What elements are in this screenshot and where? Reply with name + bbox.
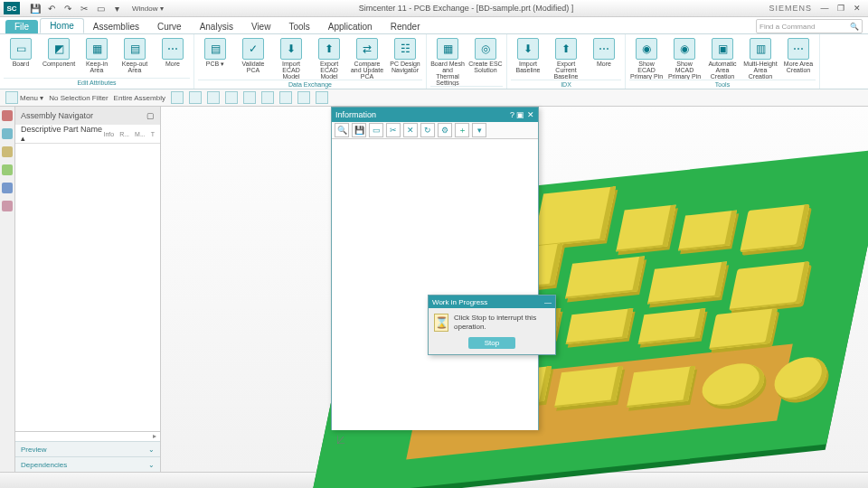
stop-button[interactable]: Stop [468,337,515,349]
mcad-pin-icon: ◉ [674,38,695,60]
import-ecad-button[interactable]: ⬇Import ECAD Model [274,36,308,80]
dialog-title: Work in Progress [432,298,487,306]
quick-access-toolbar: 💾 ↶ ↷ ✂ ▭ ▾ [29,2,123,14]
tab-analysis[interactable]: Analysis [191,20,242,33]
more-area-button[interactable]: ⋯More Area Creation [781,36,816,80]
export-ecad-button[interactable]: ⬆Export ECAD Model [312,36,346,80]
window-menu[interactable]: Window ▾ [132,5,164,13]
tool-icon[interactable] [189,91,202,104]
ribbon-group-data-exchange: ▤PCB ▾ ✓Validate PCA ⬇Import ECAD Model … [194,34,427,89]
pc-design-nav-button[interactable]: ☷PC Design Navigator [388,36,422,80]
panel-title: Assembly Navigator▢ [15,107,160,125]
panel-close-icon[interactable]: ▢ [146,111,155,120]
export-baseline-icon: ⬆ [555,38,577,60]
import-baseline-button[interactable]: ⬇Import Baseline [511,36,545,80]
nav-icon[interactable] [2,128,13,139]
redo-icon[interactable]: ↷ [61,2,74,14]
info-toolbar: 🔍 💾 ▭ ✂ ✕ ↻ ⚙ ＋ ▾ [332,122,538,139]
tool-icon[interactable] [279,91,292,104]
show-ecad-pin-button[interactable]: ◉Show ECAD Primary Pin [629,36,664,80]
window-controls: — ❐ ✕ [817,3,864,14]
ribbon-tabs: File Home Assemblies Curve Analysis View… [0,17,868,34]
tab-tools[interactable]: Tools [279,20,318,33]
selection-filter[interactable]: No Selection Filter [49,94,108,102]
pcb-menu-button[interactable]: ▤PCB ▾ [198,36,232,80]
tab-render[interactable]: Render [382,20,429,33]
info-window-controls[interactable]: ? ▣ ✕ [510,110,534,119]
nav-icon[interactable] [2,201,13,211]
nav-icon[interactable] [2,164,13,175]
tool-icon[interactable] [243,91,256,104]
tool-icon[interactable] [171,91,184,104]
validate-pca-button[interactable]: ✓Validate PCA [236,36,270,80]
keep-in-button[interactable]: ▦Keep-in Area [80,36,114,78]
nav-icon[interactable] [2,146,13,157]
assembly-scope[interactable]: Entire Assembly [114,94,165,102]
search-icon: 🔍 [850,23,859,31]
more-icon: ⋯ [788,38,809,60]
pcb-icon: ▤ [204,38,226,60]
tab-application[interactable]: Application [319,20,382,33]
component-button[interactable]: ◩Component [42,36,76,78]
cut-icon[interactable]: ✂ [78,2,90,14]
tool-icon[interactable] [297,91,310,104]
more-edit-button[interactable]: ⋯More [156,36,190,78]
dialog-minimize[interactable]: — [544,298,552,306]
document-title: Simcenter 11 - PCB Exchange - [BD-sample… [164,4,769,13]
show-mcad-pin-button[interactable]: ◉Show MCAD Primary Pin [667,36,702,80]
more-icon[interactable]: ▾ [472,123,486,137]
command-search[interactable]: Find a Command🔍 [756,19,863,33]
info-title: Information [335,110,376,119]
board-button[interactable]: ▭Board [4,36,38,78]
qat-more[interactable]: ▾ [110,2,123,14]
more-idx-button[interactable]: ⋯More [587,36,621,80]
minimize-button[interactable]: — [817,3,832,14]
copy-icon[interactable]: ▭ [94,2,107,14]
board-mesh-button[interactable]: ▦Board Mesh and Thermal Settings [430,36,465,86]
tree-area[interactable] [15,144,160,431]
save-icon[interactable]: 💾 [352,123,366,137]
undo-icon[interactable]: ↶ [45,2,58,14]
refresh-icon[interactable]: ↻ [420,123,435,137]
ribbon-group-idx: ⬇Import Baseline ⬆Export Current Baselin… [507,34,626,89]
board-icon: ▭ [10,38,32,60]
tab-file[interactable]: File [5,20,38,33]
delete-icon[interactable]: ✕ [403,123,418,137]
tool-icon[interactable] [225,91,238,104]
cut-icon[interactable]: ✂ [386,123,401,137]
nav-icon[interactable] [2,183,13,193]
close-button[interactable]: ✕ [850,3,864,14]
export-baseline-button[interactable]: ⬆Export Current Baseline [549,36,583,80]
nav-icon[interactable] [2,110,13,121]
tab-home[interactable]: Home [40,18,84,33]
restore-button[interactable]: ❐ [834,3,848,14]
preview-section[interactable]: Preview⌄ [15,441,160,456]
copy-icon[interactable]: ▭ [369,123,383,137]
more-icon: ⋯ [162,38,184,60]
save-icon[interactable]: 💾 [29,2,42,14]
information-window: Information? ▣ ✕ 🔍 💾 ▭ ✂ ✕ ↻ ⚙ ＋ ▾ [331,107,539,430]
tab-assemblies[interactable]: Assemblies [84,20,148,33]
tab-view[interactable]: View [242,20,280,33]
view-triad[interactable]: ⟀ [337,432,363,457]
multi-height-button[interactable]: ▥Multi-Height Area Creation [743,36,778,80]
tool-icon[interactable] [261,91,274,104]
group-caption: Data Exchange [198,80,422,89]
tool-icon[interactable] [207,91,220,104]
menu-dropdown[interactable]: Menu ▾ [5,91,43,104]
dependencies-section[interactable]: Dependencies⌄ [15,456,160,472]
ribbon-group-tools: ◉Show ECAD Primary Pin ◉Show MCAD Primar… [626,34,820,89]
compare-update-button[interactable]: ⇄Compare and Update PCA [350,36,384,80]
find-icon[interactable]: 🔍 [335,123,349,137]
create-esc-button[interactable]: ◎Create ESC Solution [468,36,503,86]
tool-icon[interactable] [316,91,328,104]
settings-icon[interactable]: ⚙ [438,123,452,137]
auto-area-button[interactable]: ▣Automatic Area Creation [705,36,740,80]
validate-icon: ✓ [242,38,264,60]
add-icon[interactable]: ＋ [455,123,469,137]
auto-area-icon: ▣ [712,38,733,60]
keep-out-button[interactable]: ▤Keep-out Area [118,36,152,78]
3d-viewport[interactable]: ⟀ Information? ▣ ✕ 🔍 💾 ▭ ✂ ✕ ↻ ⚙ ＋ ▾ Wor… [161,107,868,472]
tab-curve[interactable]: Curve [148,20,191,33]
column-header[interactable]: Descriptive Part Name ▴ InfoR...M...T [15,125,160,144]
